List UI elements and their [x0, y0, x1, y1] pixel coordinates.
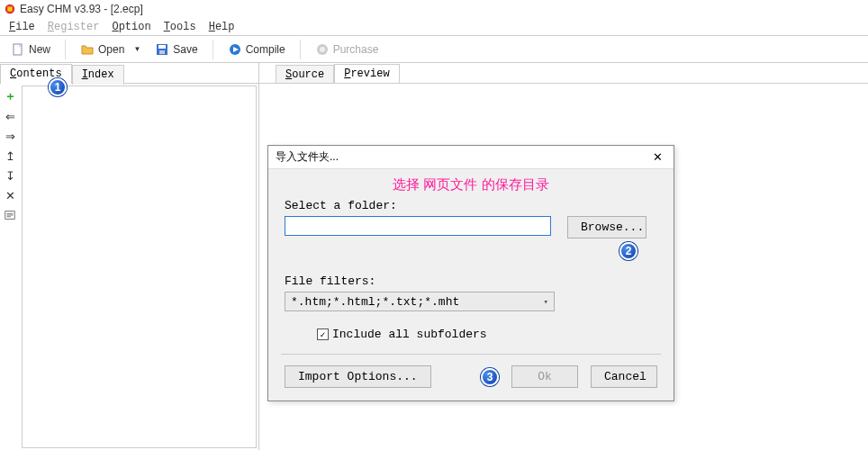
arrow-right-icon[interactable]: ⇒ — [3, 129, 17, 143]
menu-register[interactable]: Register — [42, 19, 105, 35]
menu-file[interactable]: File — [4, 19, 41, 35]
svg-rect-1 — [7, 6, 12, 11]
arrow-left-icon[interactable]: ⇐ — [3, 109, 17, 123]
menu-tools[interactable]: Tools — [158, 19, 202, 35]
dialog-titlebar: 导入文件夹... ✕ — [268, 146, 674, 169]
chevron-down-icon: ▾ — [544, 297, 548, 307]
dialog-body: 选择 网页文件 的保存目录 Select a folder: Browse...… — [268, 169, 674, 400]
menu-help[interactable]: Help — [203, 19, 240, 35]
open-dropdown-caret[interactable]: ▼ — [133, 45, 140, 53]
menu-option[interactable]: Option — [106, 19, 156, 35]
svg-rect-5 — [159, 50, 165, 54]
svg-point-8 — [320, 47, 325, 52]
import-folder-dialog: 导入文件夹... ✕ 选择 网页文件 的保存目录 Select a folder… — [267, 145, 674, 401]
left-pane: Contents Index ＋ ⇐ ⇒ ↥ ↧ ✕ — [0, 63, 259, 450]
divider — [281, 354, 661, 355]
dialog-title: 导入文件夹... — [276, 149, 339, 165]
toolbar-separator — [300, 40, 301, 59]
compile-icon — [228, 42, 242, 57]
browse-button[interactable]: Browse... — [567, 216, 646, 238]
tab-index[interactable]: Index — [72, 65, 124, 85]
toolbar: New 1 Open ▼ Save Compile Purchase — [0, 36, 868, 63]
badge-3: 3 — [481, 368, 499, 386]
folder-input[interactable] — [285, 216, 551, 236]
arrow-up-icon[interactable]: ↥ — [3, 148, 17, 163]
ok-button[interactable]: Ok — [511, 365, 578, 388]
left-content: ＋ ⇐ ⇒ ↥ ↧ ✕ — [0, 83, 258, 450]
tab-preview[interactable]: Preview — [334, 64, 399, 84]
arrow-down-icon[interactable]: ↧ — [3, 168, 17, 183]
tab-source[interactable]: Source — [276, 65, 334, 85]
menubar: File Register Option Tools Help — [0, 18, 868, 36]
contents-tree[interactable] — [22, 86, 257, 448]
close-icon[interactable]: ✕ — [648, 148, 666, 166]
purchase-button[interactable]: Purchase — [308, 40, 386, 59]
include-subfolders-checkbox[interactable]: ✓ — [317, 328, 329, 340]
save-icon — [155, 42, 169, 57]
compile-label: Compile — [246, 43, 285, 56]
import-options-button[interactable]: Import Options... — [285, 365, 431, 388]
annotation-text: 选择 网页文件 的保存目录 — [285, 176, 657, 194]
left-toolbar: ＋ ⇐ ⇒ ↥ ↧ ✕ — [0, 84, 20, 450]
save-label: Save — [173, 43, 197, 56]
window-title: Easy CHM v3.93 - [2.ecp] — [20, 3, 143, 15]
open-label: Open — [98, 43, 124, 56]
app-icon — [4, 3, 16, 15]
badge-2: 2 — [619, 242, 637, 260]
properties-icon[interactable] — [3, 208, 17, 222]
open-button[interactable]: Open ▼ — [73, 40, 148, 59]
toolbar-separator — [212, 40, 213, 59]
purchase-label: Purchase — [333, 43, 379, 56]
select-folder-label: Select a folder: — [285, 199, 657, 212]
add-icon[interactable]: ＋ — [3, 89, 17, 104]
svg-rect-4 — [158, 45, 166, 49]
new-button[interactable]: New — [4, 40, 58, 59]
save-button[interactable]: Save — [148, 40, 204, 59]
file-filters-label: File filters: — [285, 274, 657, 288]
include-subfolders-label: Include all subfolders — [332, 328, 487, 341]
right-tabs: Source Preview — [259, 63, 868, 83]
titlebar: Easy CHM v3.93 - [2.ecp] — [0, 0, 868, 18]
badge-1: 1 — [49, 78, 67, 96]
new-label: New — [29, 43, 50, 56]
compile-button[interactable]: Compile — [221, 40, 293, 59]
open-icon — [80, 42, 95, 57]
toolbar-separator — [65, 40, 66, 59]
filter-combo[interactable]: *.htm;*.html;*.txt;*.mht ▾ — [285, 292, 555, 311]
purchase-icon — [315, 42, 330, 57]
filter-value: *.htm;*.html;*.txt;*.mht — [291, 295, 459, 309]
left-tabs: Contents Index — [0, 63, 258, 83]
new-icon — [11, 42, 25, 57]
cancel-button[interactable]: Cancel — [591, 365, 657, 388]
delete-icon[interactable]: ✕ — [3, 188, 17, 202]
